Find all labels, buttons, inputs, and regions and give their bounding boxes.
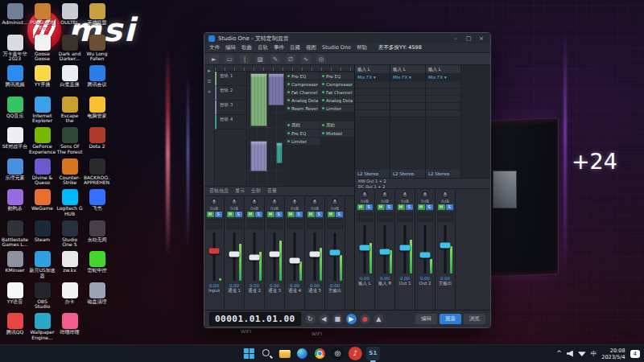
mixer-channel[interactable]: 0dBMS0.00通道 4 xyxy=(285,196,305,310)
audio-clip[interactable] xyxy=(268,73,284,105)
mixer-channel[interactable]: 0dBMS0.00Out 2 xyxy=(415,189,436,310)
insert-slot[interactable] xyxy=(357,212,374,216)
insert-slot[interactable]: Fat Channel xyxy=(286,88,320,96)
solo-button[interactable]: S xyxy=(295,212,303,217)
desktop-icon[interactable]: Steam xyxy=(29,220,56,252)
insert-slot[interactable] xyxy=(357,217,374,222)
mixfx-selector[interactable]: Mix FX ▾ xyxy=(426,73,460,81)
insert-slot[interactable] xyxy=(426,88,460,96)
mixer-channel[interactable]: 0dBMS0.00输入 L xyxy=(355,189,375,310)
desktop-icon[interactable]: PUBG 绝地求生 xyxy=(29,3,56,35)
insert-slot[interactable] xyxy=(355,81,390,88)
insert-slot[interactable] xyxy=(246,224,263,229)
insert-slot[interactable] xyxy=(355,88,390,96)
channel-fader[interactable] xyxy=(395,224,415,275)
track-header[interactable]: 音轨 1 xyxy=(215,72,246,86)
insert-slot[interactable] xyxy=(426,96,460,103)
menu-item[interactable]: Studio One xyxy=(322,44,351,51)
arrange-tool-icon[interactable]: + xyxy=(207,88,211,95)
insert-slot[interactable]: Limiter xyxy=(320,105,354,112)
bend-tool[interactable]: ∿ xyxy=(301,55,311,64)
mute-button[interactable]: M xyxy=(438,204,445,210)
mute-button[interactable]: M xyxy=(308,212,315,217)
insert-slot[interactable]: Limiter xyxy=(286,138,320,145)
fader-cap[interactable] xyxy=(270,252,280,257)
track-header[interactable]: 音轨 3 xyxy=(215,101,246,115)
fader-cap[interactable] xyxy=(229,252,240,257)
channel-fader[interactable] xyxy=(305,231,324,282)
loop-button[interactable]: ↻ xyxy=(305,314,316,324)
notification-badge[interactable]: 4 xyxy=(630,350,640,358)
close-button[interactable]: × xyxy=(477,35,486,42)
desktop-icon[interactable]: 腾讯会议 xyxy=(84,65,110,97)
desktop-icon[interactable]: BACKROO... APPREHEN... xyxy=(84,158,110,190)
solo-button[interactable]: S xyxy=(316,212,323,217)
solo-button[interactable]: S xyxy=(426,204,433,210)
metronome-button[interactable]: ▲ xyxy=(374,314,384,324)
arrange-tool-icon[interactable]: ▸ xyxy=(208,68,210,74)
desktop-icon[interactable]: Studio One 5 xyxy=(56,220,83,252)
menu-item[interactable]: 事件 xyxy=(274,44,284,51)
insert-slot[interactable] xyxy=(246,219,263,224)
desktop-icon[interactable]: YY语音 xyxy=(2,282,28,314)
mixer-channel[interactable]: 0dBMS0.00Input xyxy=(204,196,225,310)
desktop-icon[interactable]: Wallpaper Engine... xyxy=(29,313,56,344)
channel-fader[interactable] xyxy=(436,224,455,275)
desktop-icon[interactable]: KMinser xyxy=(2,251,28,282)
insert-slot[interactable] xyxy=(307,224,324,229)
desktop-icon[interactable]: 哔哩哔哩 xyxy=(56,313,83,344)
view-tab[interactable]: 浏览 xyxy=(464,314,485,324)
insert-slot[interactable] xyxy=(417,217,434,222)
channel-fader[interactable] xyxy=(245,231,264,282)
fader-cap[interactable] xyxy=(250,255,260,261)
desktop-icon[interactable]: Wu Long Fallen Dyn... xyxy=(84,35,110,66)
bus-label[interactable]: L2 Stereo xyxy=(390,170,425,178)
solo-button[interactable]: S xyxy=(386,204,393,210)
insert-slot[interactable] xyxy=(226,224,243,229)
fader-cap[interactable] xyxy=(400,245,411,251)
timeline-ruler[interactable] xyxy=(215,65,354,72)
pan-knob[interactable] xyxy=(291,199,298,205)
channel-fader[interactable] xyxy=(285,231,304,282)
desktop-icon[interactable]: 磁盘清理 xyxy=(84,282,110,314)
insert-slot[interactable]: Pro EQ xyxy=(320,72,354,80)
desktop-icon[interactable]: 电脑管家 xyxy=(84,97,110,128)
solo-button[interactable]: S xyxy=(235,212,242,217)
paint-tool[interactable]: ✎ xyxy=(270,55,280,64)
insert-slot[interactable] xyxy=(266,224,283,229)
desktop-icon[interactable]: QQ音乐 xyxy=(2,97,28,128)
studio-one-window[interactable]: Studio One - 艾特定制混音 – □ × 文件编辑歌曲音轨事件音频视图… xyxy=(204,32,491,328)
insert-slot[interactable] xyxy=(226,219,243,224)
pan-knob[interactable] xyxy=(271,199,278,205)
desktop-icon[interactable]: 英雄联盟 xyxy=(84,3,110,35)
audio-clip[interactable] xyxy=(250,141,267,171)
desktop-icon[interactable]: 万卡嘉年华2023 xyxy=(2,35,28,66)
insert-slot[interactable] xyxy=(355,110,390,117)
pan-knob[interactable] xyxy=(402,191,408,198)
fader-cap[interactable] xyxy=(440,242,451,248)
desktop-icon[interactable]: Battlestate Games L... xyxy=(2,220,28,252)
menu-item[interactable]: 音频 xyxy=(290,44,300,51)
fader-cap[interactable] xyxy=(209,248,220,253)
solo-button[interactable]: S xyxy=(365,204,373,210)
chrome-browser[interactable] xyxy=(313,347,327,360)
mute-button[interactable]: M xyxy=(287,212,295,217)
mute-button[interactable]: M xyxy=(207,212,214,217)
info-bar-item[interactable]: 显示 xyxy=(235,187,245,195)
desktop-icon[interactable]: GeForce Experience xyxy=(29,127,56,158)
menu-item[interactable]: 编辑 xyxy=(225,44,236,51)
fader-cap[interactable] xyxy=(360,245,370,251)
ime-indicator[interactable]: 中 xyxy=(591,350,597,358)
fader-cap[interactable] xyxy=(380,249,390,254)
desktop-icon[interactable]: 飞书 xyxy=(84,189,110,220)
insert-slot[interactable] xyxy=(390,88,425,96)
eraser-tool[interactable]: ▨ xyxy=(255,55,265,64)
insert-slot[interactable] xyxy=(397,217,414,222)
insert-slot[interactable] xyxy=(206,224,223,229)
minimize-button[interactable]: – xyxy=(451,35,460,42)
desktop-icon[interactable]: 新月US加速器 xyxy=(29,251,56,282)
solo-button[interactable]: S xyxy=(215,212,222,217)
desktop-icon[interactable]: Goose Goose Duck xyxy=(29,35,56,66)
insert-slot[interactable] xyxy=(287,224,303,229)
bus-label[interactable]: L2 Stereo xyxy=(426,170,460,178)
